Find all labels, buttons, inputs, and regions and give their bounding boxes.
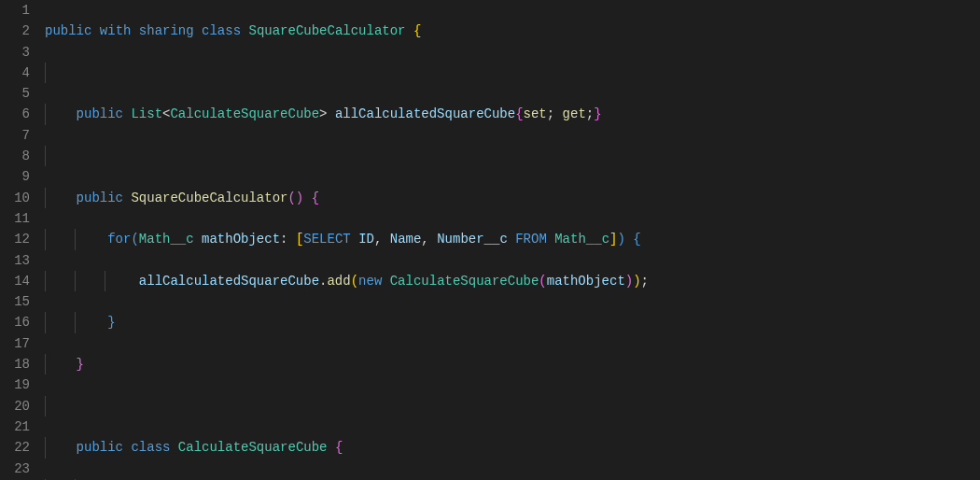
keyword: public — [77, 191, 123, 205]
type: Math__c — [554, 232, 609, 247]
constructor: SquareCubeCalculator — [131, 191, 287, 205]
keyword: class — [202, 23, 241, 38]
brace: } — [594, 106, 601, 121]
class-name: SquareCubeCalculator — [248, 23, 405, 38]
line-number: 12 — [0, 229, 30, 249]
line-number: 15 — [0, 291, 30, 312]
paren: ( — [351, 274, 358, 289]
line-number: 11 — [0, 208, 30, 229]
punct: , — [421, 232, 428, 247]
brace: { — [312, 191, 319, 205]
keyword: public — [77, 440, 123, 455]
code-line-9[interactable]: } — [45, 354, 980, 374]
brace: } — [107, 315, 115, 330]
code-line-1[interactable]: public with sharing class SquareCubeCalc… — [45, 21, 980, 41]
line-number: 9 — [0, 166, 30, 187]
type: CalculateSquareCube — [390, 274, 539, 289]
line-number-gutter: 1 2 3 4 5 6 7 8 9 10 11 12 13 14 15 16 1… — [0, 0, 39, 480]
keyword: public — [77, 106, 123, 121]
keyword: class — [131, 440, 170, 455]
variable: allCalculatedSquareCube — [139, 274, 319, 289]
paren: ) — [633, 274, 640, 289]
brace: } — [77, 357, 84, 372]
keyword: new — [358, 274, 382, 289]
line-number: 21 — [0, 416, 30, 437]
line-number: 8 — [0, 146, 30, 166]
paren: ( — [539, 274, 546, 289]
brace: { — [515, 106, 523, 121]
field: ID — [358, 232, 374, 247]
code-line-2[interactable] — [45, 63, 980, 83]
line-number: 20 — [0, 396, 30, 416]
field: Number__c — [437, 232, 508, 247]
class-name: CalculateSquareCube — [178, 440, 328, 455]
soql-keyword: FROM — [515, 232, 547, 247]
punct: ; — [547, 106, 554, 121]
brace: { — [633, 232, 640, 247]
line-number: 5 — [0, 83, 30, 104]
line-number: 23 — [0, 459, 30, 479]
keyword: with — [100, 23, 132, 38]
code-line-8[interactable]: } — [45, 312, 980, 332]
code-line-5[interactable]: public SquareCubeCalculator() { — [45, 188, 980, 208]
line-number: 10 — [0, 188, 30, 208]
line-number: 7 — [0, 125, 30, 146]
line-number: 14 — [0, 271, 30, 291]
keyword: sharing — [139, 23, 194, 38]
line-number: 17 — [0, 333, 30, 354]
paren: ( — [131, 232, 138, 247]
variable: allCalculatedSquareCube — [335, 106, 515, 121]
line-number: 4 — [0, 63, 30, 83]
code-line-10[interactable] — [45, 396, 980, 416]
line-number: 18 — [0, 354, 30, 374]
code-line-6[interactable]: for(Math__c mathObject: [SELECT ID, Name… — [45, 229, 980, 249]
line-number: 19 — [0, 374, 30, 395]
punct: ; — [586, 106, 594, 121]
line-number: 2 — [0, 21, 30, 41]
variable: mathObject — [202, 232, 280, 247]
paren: ) — [625, 274, 633, 289]
type: List — [131, 106, 162, 121]
punct: : — [280, 232, 287, 247]
accessor: set — [524, 106, 547, 121]
line-number: 1 — [0, 0, 30, 21]
paren: () — [287, 191, 303, 205]
line-number: 16 — [0, 312, 30, 332]
code-line-3[interactable]: public List<CalculateSquareCube> allCalc… — [45, 104, 980, 124]
method: add — [327, 274, 350, 289]
brace: { — [413, 23, 421, 38]
paren: ) — [617, 232, 624, 247]
code-line-7[interactable]: allCalculatedSquareCube.add(new Calculat… — [45, 271, 980, 291]
line-number: 13 — [0, 250, 30, 271]
code-line-4[interactable] — [45, 146, 980, 166]
code-line-11[interactable]: public class CalculateSquareCube { — [45, 437, 980, 458]
soql-keyword: SELECT — [303, 232, 350, 247]
type: Math__c — [139, 232, 194, 247]
code-editor[interactable]: public with sharing class SquareCubeCalc… — [39, 0, 980, 480]
line-number: 3 — [0, 42, 30, 63]
keyword: for — [107, 232, 131, 247]
line-number: 22 — [0, 437, 30, 458]
line-number: 6 — [0, 104, 30, 124]
punct: , — [374, 232, 382, 247]
punct: ; — [641, 274, 649, 289]
type: CalculateSquareCube — [170, 106, 319, 121]
keyword: public — [45, 23, 91, 38]
accessor: get — [563, 106, 586, 121]
brace: { — [335, 440, 343, 455]
variable: mathObject — [547, 274, 625, 289]
punct: > — [319, 106, 327, 121]
field: Name — [390, 232, 422, 247]
